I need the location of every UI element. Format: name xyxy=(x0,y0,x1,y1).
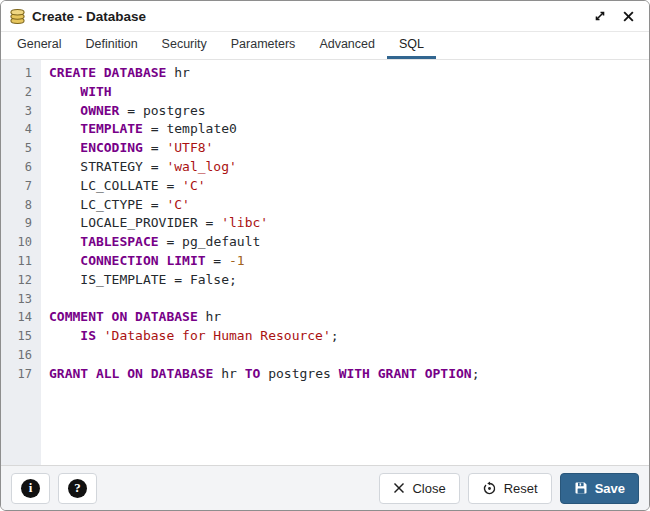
code-line: OWNER = postgres xyxy=(49,102,649,121)
tab-sql[interactable]: SQL xyxy=(387,32,436,59)
line-number: 2 xyxy=(1,83,41,102)
line-number: 3 xyxy=(1,102,41,121)
line-number: 9 xyxy=(1,214,41,233)
code-line: LC_CTYPE = 'C' xyxy=(49,196,649,215)
save-floppy-icon xyxy=(574,481,588,495)
close-button[interactable]: Close xyxy=(379,473,459,504)
line-number: 5 xyxy=(1,139,41,158)
save-button[interactable]: Save xyxy=(560,473,639,504)
code-line: TEMPLATE = template0 xyxy=(49,120,649,139)
close-x-icon xyxy=(393,482,405,494)
tab-security[interactable]: Security xyxy=(150,32,219,59)
reset-icon xyxy=(482,481,497,496)
code-line: ​ xyxy=(49,346,649,365)
line-number: 8 xyxy=(1,196,41,215)
code-line: IS 'Database for Human Resource'; xyxy=(49,327,649,346)
tab-definition[interactable]: Definition xyxy=(73,32,149,59)
dialog-tabbar: General Definition Security Parameters A… xyxy=(1,32,649,60)
help-icon: ? xyxy=(68,479,87,498)
line-number: 13 xyxy=(1,290,41,309)
line-number: 15 xyxy=(1,327,41,346)
code-line: ENCODING = 'UTF8' xyxy=(49,139,649,158)
editor-gutter: 1234567891011121314151617 xyxy=(1,60,41,465)
code-line: STRATEGY = 'wal_log' xyxy=(49,158,649,177)
code-line: WITH xyxy=(49,83,649,102)
dialog-title: Create - Database xyxy=(32,9,146,24)
line-number: 1 xyxy=(1,64,41,83)
code-line: TABLESPACE = pg_default xyxy=(49,233,649,252)
code-line: IS_TEMPLATE = False; xyxy=(49,271,649,290)
close-icon[interactable] xyxy=(617,5,639,27)
line-number: 4 xyxy=(1,120,41,139)
sql-help-button[interactable]: i xyxy=(11,473,50,504)
code-line: LOCALE_PROVIDER = 'libc' xyxy=(49,214,649,233)
sql-editor[interactable]: 1234567891011121314151617 CREATE DATABAS… xyxy=(1,60,649,465)
line-number: 7 xyxy=(1,177,41,196)
dialog-footer: i ? Close Reset xyxy=(1,465,649,510)
code-line: GRANT ALL ON DATABASE hr TO postgres WIT… xyxy=(49,365,649,384)
line-number: 12 xyxy=(1,271,41,290)
create-database-dialog: Create - Database General Definition Sec… xyxy=(0,0,650,511)
code-line: LC_COLLATE = 'C' xyxy=(49,177,649,196)
code-line: CREATE DATABASE hr xyxy=(49,64,649,83)
dialog-titlebar: Create - Database xyxy=(1,1,649,32)
dialog-help-button[interactable]: ? xyxy=(58,473,97,504)
info-icon: i xyxy=(21,479,40,498)
reset-button[interactable]: Reset xyxy=(468,473,552,504)
tab-advanced[interactable]: Advanced xyxy=(307,32,387,59)
line-number: 11 xyxy=(1,252,41,271)
line-number: 16 xyxy=(1,346,41,365)
line-number: 14 xyxy=(1,308,41,327)
tab-general[interactable]: General xyxy=(5,32,73,59)
line-number: 6 xyxy=(1,158,41,177)
database-icon xyxy=(9,8,26,25)
line-number: 10 xyxy=(1,233,41,252)
code-line: CONNECTION LIMIT = -1 xyxy=(49,252,649,271)
tab-parameters[interactable]: Parameters xyxy=(219,32,308,59)
expand-icon[interactable] xyxy=(589,5,611,27)
code-line: COMMENT ON DATABASE hr xyxy=(49,308,649,327)
code-line: ​ xyxy=(49,290,649,309)
line-number: 17 xyxy=(1,365,41,384)
editor-code: CREATE DATABASE hr WITH OWNER = postgres… xyxy=(41,60,649,465)
